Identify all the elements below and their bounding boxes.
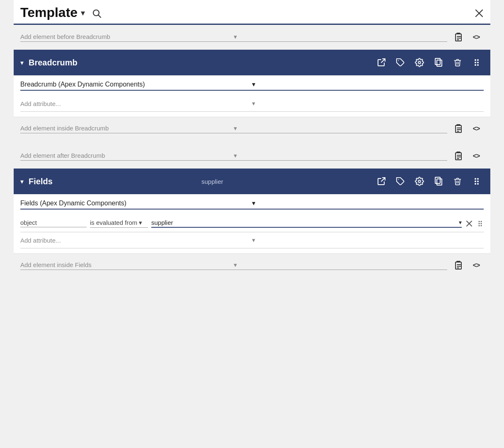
add-inside-breadcrumb-clipboard-button[interactable] <box>451 121 465 136</box>
add-inside-fields-clipboard-button[interactable] <box>451 258 465 273</box>
svg-point-15 <box>475 62 476 63</box>
fields-subtitle: supplier <box>201 178 369 185</box>
fields-collapse-icon[interactable]: ▾ <box>20 178 24 185</box>
fields-component-label: Fields (Apex Dynamic Components) <box>20 200 252 207</box>
add-after-breadcrumb-label: Add element after Breadcrumb <box>20 152 234 159</box>
svg-point-42 <box>479 223 480 224</box>
svg-line-1 <box>99 15 101 17</box>
fields-delete-button[interactable] <box>451 174 465 188</box>
add-inside-fields-row: Add element inside Fields ▾ <> <box>14 254 490 277</box>
breadcrumb-external-link-button[interactable] <box>374 55 388 70</box>
svg-point-32 <box>475 178 476 180</box>
svg-point-43 <box>481 223 482 224</box>
add-after-breadcrumb-row: Add element after Breadcrumb ▾ <> <box>14 144 490 169</box>
attr-value-text: supplier <box>151 219 459 226</box>
fields-attribute-row: object is evaluated from ▾ supplier ▾ <box>20 214 484 232</box>
svg-point-36 <box>475 183 476 185</box>
svg-point-37 <box>477 183 479 185</box>
svg-point-44 <box>479 225 480 226</box>
attr-clear-button[interactable] <box>465 219 473 228</box>
search-icon[interactable] <box>92 7 102 18</box>
svg-point-17 <box>475 64 476 66</box>
svg-point-16 <box>477 62 479 63</box>
breadcrumb-delete-button[interactable] <box>451 55 465 70</box>
panel-header: Template ▾ <box>14 0 490 25</box>
add-before-breadcrumb-label: Add element before Breadcrumb <box>20 33 234 40</box>
add-inside-fields-select[interactable]: Add element inside Fields ▾ <box>20 261 447 270</box>
add-before-chevron-icon: ▾ <box>234 33 447 41</box>
breadcrumb-section-header: ▾ Breadcrumb <box>14 50 490 75</box>
breadcrumb-settings-button[interactable] <box>412 55 426 70</box>
svg-line-27 <box>381 178 385 181</box>
fields-drag-handle[interactable] <box>470 174 484 188</box>
attr-label: object <box>20 219 87 227</box>
svg-rect-31 <box>435 177 440 183</box>
add-inside-breadcrumb-label: Add element inside Breadcrumb <box>20 125 234 132</box>
breadcrumb-collapse-icon[interactable]: ▾ <box>20 59 24 67</box>
attr-value-wrapper[interactable]: supplier ▾ <box>151 219 462 228</box>
breadcrumb-copy-button[interactable] <box>431 55 446 70</box>
svg-rect-11 <box>437 60 442 66</box>
svg-rect-12 <box>435 58 440 65</box>
breadcrumb-tag-button[interactable] <box>393 55 407 70</box>
panel-title: Template <box>20 5 78 20</box>
attr-operator-text: is evaluated from <box>90 219 137 226</box>
fields-content: Fields (Apex Dynamic Components) ▾ objec… <box>14 194 490 254</box>
breadcrumb-add-attribute-chevron-icon: ▾ <box>252 100 484 107</box>
fields-add-attribute-label: Add attribute... <box>20 237 252 244</box>
close-icon[interactable] <box>475 7 484 18</box>
add-after-chevron-icon: ▾ <box>234 152 447 159</box>
svg-line-8 <box>381 59 385 63</box>
fields-component-dropdown[interactable]: Fields (Apex Dynamic Components) ▾ <box>20 199 484 210</box>
breadcrumb-drag-handle[interactable] <box>470 55 484 70</box>
add-after-breadcrumb-select[interactable]: Add element after Breadcrumb ▾ <box>20 152 447 161</box>
svg-point-33 <box>477 178 479 180</box>
fields-component-chevron-icon: ▾ <box>252 199 484 207</box>
add-after-breadcrumb-clipboard-button[interactable] <box>451 149 465 164</box>
svg-point-29 <box>418 180 421 183</box>
title-chevron-icon[interactable]: ▾ <box>81 8 85 18</box>
svg-point-10 <box>418 61 421 64</box>
fields-section-header: ▾ Fields supplier <box>14 169 490 194</box>
svg-point-34 <box>475 181 476 182</box>
code-icon: <> <box>473 34 480 41</box>
attr-drag-handle[interactable] <box>477 219 484 228</box>
breadcrumb-title: Breadcrumb <box>29 58 369 67</box>
fields-title: Fields <box>29 177 196 186</box>
fields-settings-button[interactable] <box>412 174 426 188</box>
add-inside-breadcrumb-select[interactable]: Add element inside Breadcrumb ▾ <box>20 125 447 133</box>
add-after-breadcrumb-code-button[interactable]: <> <box>469 149 484 164</box>
add-after-breadcrumb-code-icon: <> <box>473 152 480 160</box>
svg-point-14 <box>477 59 479 61</box>
svg-point-41 <box>481 221 482 222</box>
add-inside-fields-code-button[interactable]: <> <box>469 258 484 273</box>
attr-operator-wrapper[interactable]: is evaluated from ▾ <box>90 219 148 228</box>
fields-add-attribute-chevron-icon: ▾ <box>252 236 484 244</box>
fields-external-link-button[interactable] <box>374 174 388 188</box>
section-gap <box>14 140 490 144</box>
add-inside-breadcrumb-code-button[interactable]: <> <box>469 121 484 136</box>
add-before-breadcrumb-row: Add element before Breadcrumb ▾ <> <box>14 25 490 50</box>
add-inside-fields-label: Add element inside Fields <box>20 261 234 268</box>
breadcrumb-component-dropdown[interactable]: Breadcrumb (Apex Dynamic Components) ▾ <box>20 80 484 91</box>
fields-tag-button[interactable] <box>393 174 407 188</box>
breadcrumb-add-attribute-label: Add attribute... <box>20 100 252 107</box>
add-before-breadcrumb-select[interactable]: Add element before Breadcrumb ▾ <box>20 33 447 42</box>
attr-value-chevron-icon: ▾ <box>459 219 462 226</box>
fields-copy-button[interactable] <box>431 174 446 188</box>
breadcrumb-component-label: Breadcrumb (Apex Dynamic Components) <box>20 81 252 88</box>
svg-point-18 <box>477 64 479 66</box>
breadcrumb-component-chevron-icon: ▾ <box>252 80 484 88</box>
add-inside-chevron-icon: ▾ <box>234 125 447 132</box>
svg-rect-30 <box>437 179 442 185</box>
clipboard-button[interactable] <box>451 30 465 45</box>
add-inside-breadcrumb-row: Add element inside Breadcrumb ▾ <> <box>14 117 490 140</box>
fields-add-attribute[interactable]: Add attribute... ▾ <box>20 232 484 248</box>
add-inside-fields-chevron-icon: ▾ <box>234 261 447 269</box>
add-inside-breadcrumb-code-icon: <> <box>473 125 480 132</box>
breadcrumb-content: Breadcrumb (Apex Dynamic Components) ▾ A… <box>14 75 490 117</box>
svg-point-13 <box>475 59 476 61</box>
svg-point-40 <box>479 221 480 222</box>
code-button[interactable]: <> <box>469 30 484 45</box>
breadcrumb-add-attribute[interactable]: Add attribute... ▾ <box>20 96 484 112</box>
